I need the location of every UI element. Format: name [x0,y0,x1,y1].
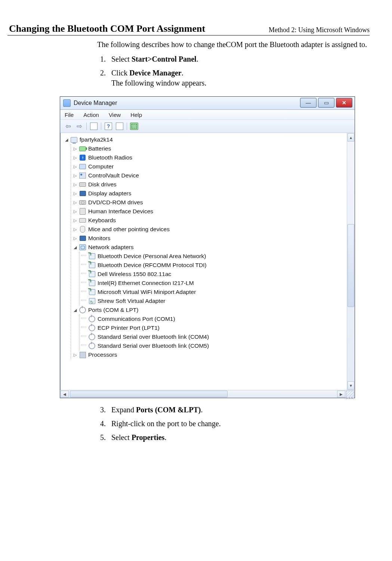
scroll-left-button[interactable]: ◀ [61,391,69,397]
expander-icon[interactable]: ▷ [72,171,78,180]
hscroll-thumb[interactable] [70,391,228,397]
toolbar-forward-button[interactable]: ⇨ [74,122,84,131]
tree-node-controlvault[interactable]: ▷ControlVault Device [72,171,347,180]
port-icon [89,343,95,349]
step-1: Select Start>Control Panel. [108,54,370,64]
expander-icon[interactable]: ▷ [72,207,78,216]
keyboard-icon [79,218,86,223]
tree-leaf-port-com5[interactable]: Standard Serial over Bluetooth link (COM… [80,341,347,350]
expander-icon[interactable]: ◢ [72,306,78,314]
tree-leaf-net-pan[interactable]: Bluetooth Device (Personal Area Network) [80,252,347,261]
tree-leaf-port-com4[interactable]: Standard Serial over Bluetooth link (COM… [80,332,347,341]
processor-icon [80,352,86,358]
tree-node-batteries[interactable]: ▷Batteries [72,144,347,153]
maximize-button[interactable]: ▭ [318,98,334,108]
scroll-right-button[interactable]: ▶ [337,391,345,397]
tree-node-keyboards[interactable]: ▷Keyboards [72,216,347,225]
step-5: Select Properties. [108,433,370,443]
computer-icon [71,137,77,143]
size-grip[interactable] [346,391,354,399]
toolbar-help-button[interactable]: ? [104,122,113,131]
display-icon [80,191,86,196]
tree-node-monitors[interactable]: ▷Monitors [72,234,347,243]
port-icon [89,334,95,340]
expander-icon[interactable]: ▷ [72,225,78,234]
tree-leaf-net-dell[interactable]: Dell Wireless 1550 802.11ac [80,270,347,279]
minimize-button[interactable]: — [300,98,317,108]
header-right-text: Method 2: Using Microsoft Windows [269,26,370,34]
hscroll-track[interactable] [69,390,337,398]
ports-icon [79,307,86,313]
tree-node-bluetooth-radios[interactable]: ▷ᚼBluetooth Radios [72,153,347,162]
scroll-up-button[interactable]: ▲ [348,133,354,142]
tree-node-display-adapters[interactable]: ▷Display adapters [72,189,347,198]
menu-action[interactable]: Action [83,112,99,118]
vpn-adapter-icon [89,298,95,304]
expander-icon[interactable]: ▷ [72,180,78,189]
toolbar-properties-button[interactable] [115,122,124,131]
tree-leaf-net-msvirt[interactable]: Microsoft Virtual WiFi Miniport Adapter [80,288,347,297]
tree-leaf-net-intel[interactable]: Intel(R) Ethernet Connection I217-LM [80,279,347,288]
tree-node-mice[interactable]: ▷Mice and other pointing devices [72,225,347,234]
tree-root[interactable]: ◢ fpartyka2k14 [63,135,347,144]
network-adapter-icon [89,280,95,286]
close-button[interactable]: ✕ [336,98,352,108]
tree-node-dvd[interactable]: ▷DVD/CD-ROM drives [72,198,347,207]
vscroll-thumb[interactable] [348,224,354,307]
expander-icon[interactable]: ▷ [72,189,78,198]
toolbar-sep-1 [86,123,87,130]
expander-icon[interactable]: ▷ [72,216,78,225]
tree-leaf-port-com1[interactable]: Communications Port (COM1) [80,314,347,323]
page-icon [90,123,98,130]
controlvault-icon [79,173,86,179]
arrow-left-icon: ⇦ [65,122,71,130]
expander-icon[interactable]: ▷ [72,144,78,153]
properties-icon [116,123,123,130]
vertical-scrollbar[interactable]: ▲ ▼ [347,133,355,390]
menu-bar: File Action View Help [60,110,355,120]
monitor-icon [80,236,86,241]
bluetooth-icon: ᚼ [80,155,86,161]
battery-icon [79,146,86,151]
dvd-icon [79,200,86,205]
expander-icon[interactable]: ▷ [72,350,78,359]
step-4: Right-click on the port to be change. [108,419,370,429]
toolbar-scan-button[interactable] [129,122,139,131]
tree-leaf-port-lpt1[interactable]: ECP Printer Port (LPT1) [80,323,347,332]
menu-file[interactable]: File [65,112,74,118]
menu-help[interactable]: Help [130,112,142,118]
tree-node-network-adapters[interactable]: ◢Network adapters [72,243,347,252]
tree-node-processors[interactable]: ▷Processors [72,350,347,359]
toolbar-sep-3 [127,123,127,130]
tree-node-ports[interactable]: ◢Ports (COM & LPT) [72,306,347,314]
device-tree: ◢ fpartyka2k14 ▷Batteries ▷ᚼBluetooth Ra… [60,133,347,359]
toolbar-sep-2 [101,123,101,130]
system-icon [63,99,71,107]
scroll-down-button[interactable]: ▼ [348,381,354,390]
toolbar-back-button[interactable]: ⇦ [63,122,73,131]
tree-leaf-net-rfcomm[interactable]: Bluetooth Device (RFCOMM Protocol TDI) [80,261,347,270]
tree-node-hid[interactable]: ▷Human Interface Devices [72,207,347,216]
computer-category-icon [79,164,86,169]
step-3: Expand Ports (COM &LPT). [108,405,370,415]
expander-icon[interactable]: ◢ [64,135,69,144]
disk-icon [79,182,86,187]
expander-icon[interactable]: ▷ [72,198,78,207]
expander-icon[interactable]: ▷ [72,153,78,162]
scan-icon [130,123,138,130]
menu-view[interactable]: View [109,112,121,118]
device-manager-figure: Device Manager — ▭ ✕ File Action View He… [60,96,355,398]
toolbar-show-hidden-button[interactable] [89,122,99,131]
header-rule [7,35,370,35]
tree-node-computer[interactable]: ▷Computer [72,162,347,171]
horizontal-scrollbar[interactable]: ◀ ▶ [60,390,355,398]
expander-icon[interactable]: ▷ [72,234,78,243]
tree-node-disk-drives[interactable]: ▷Disk drives [72,180,347,189]
window-titlebar[interactable]: Device Manager — ▭ ✕ [60,97,355,110]
mouse-icon [80,226,85,233]
tree-leaf-net-shrew[interactable]: Shrew Soft Virtual Adapter [80,297,347,306]
expander-icon[interactable]: ▷ [72,162,78,171]
expander-icon[interactable]: ◢ [72,243,78,252]
intro-paragraph: The following describes how to change th… [97,40,370,50]
vscroll-track[interactable] [347,142,355,381]
